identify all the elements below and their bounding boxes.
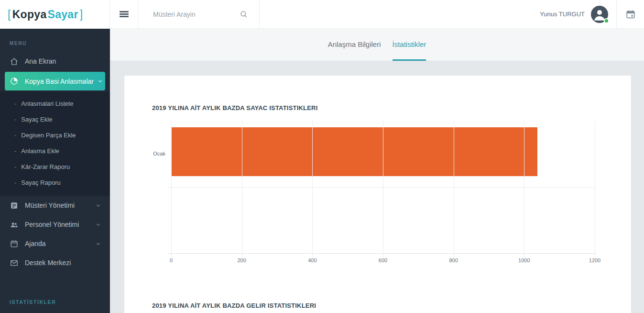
sidebar-item-destek-merkezi[interactable]: Destek Merkezi bbox=[0, 253, 110, 272]
menu-icon bbox=[120, 10, 129, 18]
submenu-item-label: Kâr-Zarar Raporu bbox=[21, 163, 70, 170]
search-box bbox=[138, 0, 260, 28]
online-status-dot bbox=[604, 18, 609, 23]
gridline-vertical bbox=[383, 121, 383, 257]
gridline-vertical bbox=[171, 121, 172, 257]
calendar-panel-button[interactable] bbox=[617, 0, 644, 28]
submenu-kopya-basi-anlasmalar: -Anlasmalari Listele -Sayaç Ekle -Degise… bbox=[0, 91, 110, 196]
pie-chart-icon bbox=[10, 77, 19, 86]
logo-word-dark: Kopya bbox=[12, 8, 47, 21]
dash-prefix: - bbox=[14, 163, 16, 170]
chart-title-sayac: 2019 YILINA AİT AYLIK BAZDA SAYAC ISTATI… bbox=[152, 104, 317, 112]
logo-word-teal: Sayar bbox=[48, 8, 78, 21]
x-tick-label: 1000 bbox=[518, 257, 530, 263]
calendar-icon bbox=[625, 9, 636, 20]
submenu-item-label: Anlasma Ekle bbox=[21, 147, 59, 155]
list-icon bbox=[10, 201, 19, 210]
x-tick-label: 400 bbox=[308, 257, 317, 263]
x-axis-ticks: 020040060080010001200 bbox=[171, 257, 595, 265]
bar-ocak bbox=[172, 127, 537, 176]
sidebar-item-kopya-basi-anlasmalar[interactable]: Kopya Basi Anlasmalar bbox=[5, 72, 105, 90]
calendar-icon bbox=[10, 239, 19, 248]
menu-toggle-button[interactable] bbox=[110, 0, 138, 28]
sidebar-item-label: Destek Merkezi bbox=[25, 259, 71, 267]
logo-bracket-right: ] bbox=[80, 8, 83, 21]
x-tick-label: 1200 bbox=[589, 257, 600, 263]
y-category-label: Ocak bbox=[124, 151, 168, 156]
gridline-horizontal bbox=[167, 187, 595, 188]
gridline-vertical bbox=[312, 121, 313, 257]
avatar[interactable] bbox=[591, 6, 608, 23]
plot-area bbox=[171, 121, 595, 254]
sidebar-item-label: Ajanda bbox=[25, 240, 46, 247]
chevron-down-icon bbox=[97, 78, 103, 84]
x-tick-label: 0 bbox=[170, 257, 173, 263]
statistics-card: 2019 YILINA AİT AYLIK BAZDA SAYAC ISTATI… bbox=[124, 76, 631, 313]
sidebar-section-istatistikler: ISTATİSTİKLER bbox=[0, 299, 110, 305]
submenu-item-degisen-parca-ekle[interactable]: -Degisen Parça Ekle bbox=[0, 127, 110, 143]
x-tick-label: 200 bbox=[237, 257, 246, 263]
topbar: Yunus TURGUT bbox=[110, 0, 644, 29]
sidebar-item-label: Ana Ekran bbox=[25, 57, 56, 65]
submenu-item-sayac-ekle[interactable]: -Sayaç Ekle bbox=[0, 112, 110, 127]
mail-icon bbox=[10, 258, 19, 268]
sidebar-item-musteri-yonetimi[interactable]: Müsteri Yönetimi bbox=[0, 196, 110, 215]
submenu-item-label: Degisen Parça Ekle bbox=[21, 132, 76, 139]
sidebar-item-ajanda[interactable]: Ajanda bbox=[0, 234, 110, 253]
submenu-item-label: Sayaç Raporu bbox=[21, 179, 60, 186]
home-icon bbox=[10, 57, 19, 66]
chart-title-gelir: 2019 YILINA AİT AYLIK BAZDA GELIR ISTATI… bbox=[152, 302, 316, 309]
user-name: Yunus TURGUT bbox=[540, 11, 585, 18]
sidebar-item-personel-yonetimi[interactable]: Personel Yönetimi bbox=[0, 215, 110, 234]
dash-prefix: - bbox=[14, 132, 16, 139]
dash-prefix: - bbox=[14, 147, 16, 155]
submenu-item-kar-zarar-raporu[interactable]: -Kâr-Zarar Raporu bbox=[0, 159, 110, 175]
search-icon[interactable] bbox=[240, 10, 248, 21]
user-menu[interactable]: Yunus TURGUT bbox=[540, 0, 616, 28]
tab-istatistikler[interactable]: İstatistikler bbox=[393, 29, 426, 61]
people-icon bbox=[10, 220, 19, 229]
sidebar-item-label: Personel Yönetimi bbox=[25, 221, 79, 228]
tab-bar: Anlaşma Bilgileri İstatistikler bbox=[110, 29, 644, 61]
content-area: 2019 YILINA AİT AYLIK BAZDA SAYAC ISTATI… bbox=[110, 61, 644, 313]
app-logo[interactable]: [KopyaSayar] bbox=[0, 0, 110, 29]
submenu-item-sayac-raporu[interactable]: -Sayaç Raporu bbox=[0, 175, 110, 190]
sidebar-item-label: Müsteri Yönetimi bbox=[25, 201, 75, 209]
chevron-down-icon bbox=[95, 241, 101, 247]
chevron-down-icon bbox=[95, 222, 101, 228]
tab-anlasma-bilgileri[interactable]: Anlaşma Bilgileri bbox=[328, 29, 381, 61]
chevron-down-icon bbox=[95, 202, 101, 209]
sidebar-item-label: Kopya Basi Anlasmalar bbox=[25, 78, 94, 85]
submenu-item-label: Anlasmalari Listele bbox=[21, 100, 73, 107]
sidebar: [KopyaSayar] MENU Ana Ekran Kopya Basi A… bbox=[0, 0, 110, 313]
dash-prefix: - bbox=[14, 179, 16, 186]
main-area: Yunus TURGUT Anlaşma Bilgileri İstatisti… bbox=[110, 0, 644, 313]
submenu-item-anlasma-ekle[interactable]: -Anlasma Ekle bbox=[0, 143, 110, 159]
x-tick-label: 600 bbox=[379, 257, 387, 263]
x-tick-label: 800 bbox=[449, 257, 458, 263]
submenu-item-label: Sayaç Ekle bbox=[21, 116, 52, 123]
gridline-vertical bbox=[595, 121, 595, 257]
gridline-vertical bbox=[242, 121, 242, 257]
menu-section-label: MENU bbox=[0, 29, 110, 52]
submenu-item-anlasmalari-listele[interactable]: -Anlasmalari Listele bbox=[0, 96, 110, 112]
x-axis-line bbox=[167, 253, 595, 254]
gridline-vertical bbox=[454, 121, 454, 257]
gridline-vertical bbox=[524, 121, 524, 257]
dash-prefix: - bbox=[14, 100, 16, 107]
app-window: [KopyaSayar] MENU Ana Ekran Kopya Basi A… bbox=[0, 0, 644, 313]
sidebar-item-ana-ekran[interactable]: Ana Ekran bbox=[0, 52, 110, 71]
logo-bracket-left: [ bbox=[8, 8, 11, 21]
dash-prefix: - bbox=[14, 116, 16, 123]
